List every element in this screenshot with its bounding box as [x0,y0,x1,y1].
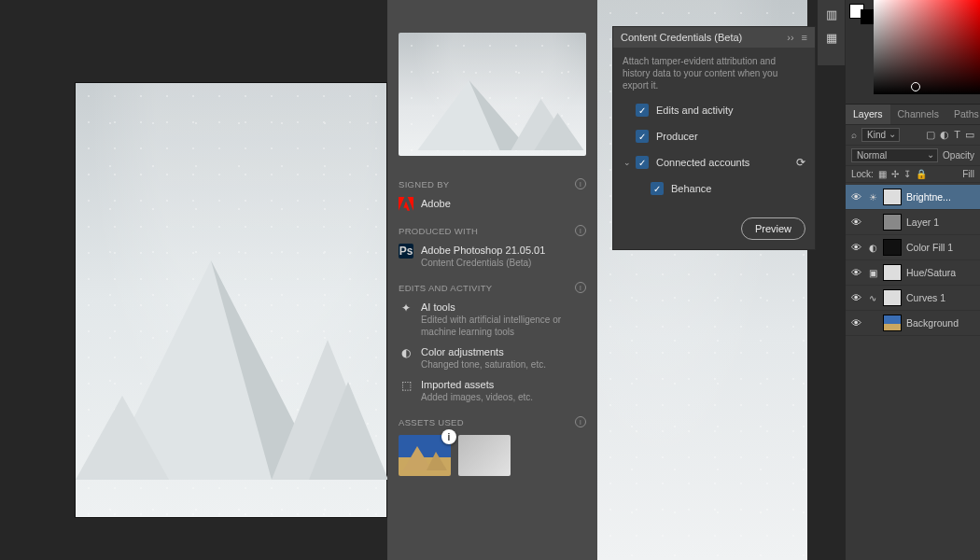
refresh-icon[interactable]: ⟳ [796,156,805,169]
lock-pixels-icon[interactable]: ▦ [878,169,887,179]
photoshop-app-icon: Ps [399,244,413,259]
signed-by-row: Adobe [387,193,597,216]
adjustment-curves-icon: ∿ [867,293,878,303]
checkbox-producer[interactable]: ✓ Producer [613,123,815,149]
adjustment-brightness-icon: ☀ [867,192,878,203]
visibility-eye-icon[interactable]: 👁 [851,191,862,203]
chevron-down-icon[interactable]: ⌄ [623,158,632,167]
edit-item-ai-tools: ✦ AI tools Edited with artificial intell… [387,297,597,342]
adjustment-huesat-icon: ▣ [867,268,878,278]
layer-row-layer1[interactable]: 👁 Layer 1 [846,210,980,235]
filter-type-icon[interactable]: T [954,129,960,141]
preview-button[interactable]: Preview [741,217,805,240]
edits-activity-header: EDITS AND ACTIVITY i [387,273,597,297]
layer-row-brightness[interactable]: 👁 ☀ Brightne... [846,185,980,210]
checkbox-checked-icon: ✓ [636,104,649,117]
asset-info-badge-icon[interactable]: i [441,429,456,444]
svg-marker-9 [403,446,432,470]
tab-paths[interactable]: Paths [946,105,980,124]
edit-item-color-adjustments: ◐ Color adjustments Changed tone, satura… [387,342,597,374]
layer-mask-thumb[interactable] [883,289,902,306]
color-cursor-icon [911,82,920,91]
opacity-label: Opacity [943,150,974,161]
filter-adjustment-icon[interactable]: ◐ [940,129,949,141]
layer-row-background[interactable]: 👁 Background [846,311,980,336]
info-icon[interactable]: i [575,416,586,427]
layer-row-curves[interactable]: 👁 ∿ Curves 1 [846,286,980,311]
right-dock-icons: ▥ ▦ [818,0,846,65]
produced-with-row: Ps Adobe Photoshop 21.05.01 Content Cred… [387,240,597,273]
layer-row-colorfill[interactable]: 👁 ◐ Color Fill 1 [846,235,980,260]
checkbox-behance[interactable]: ✓ Behance [613,175,815,202]
lock-position-icon[interactable]: ✢ [891,169,899,179]
info-icon[interactable]: i [575,178,586,189]
blend-mode-select[interactable]: Normal [851,148,938,162]
filter-kind-select[interactable]: Kind [861,128,900,142]
filter-shape-icon[interactable]: ▭ [965,129,974,141]
color-field[interactable] [874,0,980,94]
cc-export-description: Attach tamper-evident attribution and hi… [613,48,815,97]
ai-tools-icon: ✦ [399,301,413,315]
lock-label: Lock: [851,169,874,179]
assets-used-row: i [387,431,597,480]
search-icon[interactable]: ⌕ [851,130,857,140]
layer-list: 👁 ☀ Brightne... 👁 Layer 1 👁 ◐ Color Fill… [846,183,980,336]
asset-thumb-clouds[interactable] [458,435,511,476]
edit-item-imported-assets: ⬚ Imported assets Added images, videos, … [387,374,597,407]
visibility-eye-icon[interactable]: 👁 [851,217,862,228]
layers-panel: Layers Channels Paths ⌕ Kind ▢ ◐ T ▭ Nor… [846,105,980,560]
info-panel-icon[interactable]: ▦ [826,31,837,45]
lock-artboard-icon[interactable]: ↧ [903,169,911,179]
adjustment-colorfill-icon: ◐ [867,243,878,253]
layers-panel-tabs: Layers Channels Paths [846,105,980,125]
lock-row: Lock: ▦ ✢ ↧ 🔒 Fill [846,166,980,183]
checkbox-edits-activity[interactable]: ✓ Edits and activity [613,97,815,123]
layer-thumb[interactable] [883,315,902,331]
tab-layers[interactable]: Layers [846,105,890,124]
produced-with-header: PRODUCED WITH i [387,216,597,240]
blend-mode-row: Normal Opacity [846,146,980,166]
content-credentials-export-panel: Content Credentials (Beta) ›› ≡ Attach t… [612,26,816,250]
layer-filter-row: ⌕ Kind ▢ ◐ T ▭ [846,125,980,146]
layer-mask-thumb[interactable] [883,264,902,281]
canvas-image-content [76,200,388,480]
visibility-eye-icon[interactable]: 👁 [851,242,862,253]
visibility-eye-icon[interactable]: 👁 [851,267,862,278]
checkbox-checked-icon: ✓ [636,130,649,143]
visibility-eye-icon[interactable]: 👁 [851,292,862,303]
content-credentials-detail-panel: SIGNED BY i Adobe PRODUCED WITH i Ps Ado… [387,0,597,560]
color-picker-panel [846,0,980,105]
checkbox-checked-icon: ✓ [636,156,649,169]
panel-menu-icon[interactable]: ≡ [802,32,807,43]
cc-export-header: Content Credentials (Beta) ›› ≡ [613,27,815,48]
layer-mask-thumb[interactable] [883,239,902,256]
canvas-document[interactable] [75,82,387,518]
info-icon[interactable]: i [575,225,586,236]
asset-thumb-original[interactable]: i [399,435,451,476]
adobe-logo-icon [399,197,413,212]
fill-label: Fill [962,169,974,179]
signed-by-header: SIGNED BY i [387,169,597,193]
cc-detail-preview-thumb [399,33,586,156]
color-adjustments-icon: ◐ [399,345,413,360]
histogram-panel-icon[interactable]: ▥ [826,7,837,21]
assets-used-header: ASSETS USED i [387,407,597,431]
collapse-icon[interactable]: ›› [787,32,793,43]
cc-export-title: Content Credentials (Beta) [621,32,742,43]
layer-thumb[interactable] [883,214,902,231]
tab-channels[interactable]: Channels [890,105,946,124]
checkbox-checked-icon: ✓ [651,182,664,195]
layer-row-huesat[interactable]: 👁 ▣ Hue/Satura [846,260,980,286]
imported-assets-icon: ⬚ [399,378,413,393]
layer-mask-thumb[interactable] [883,189,902,205]
svg-marker-10 [427,452,447,470]
lock-all-icon[interactable]: 🔒 [916,169,927,179]
filter-image-icon[interactable]: ▢ [926,129,935,141]
info-icon[interactable]: i [575,282,586,293]
checkbox-connected-accounts[interactable]: ⌄ ✓ Connected accounts ⟳ [613,149,815,175]
visibility-eye-icon[interactable]: 👁 [851,317,862,329]
